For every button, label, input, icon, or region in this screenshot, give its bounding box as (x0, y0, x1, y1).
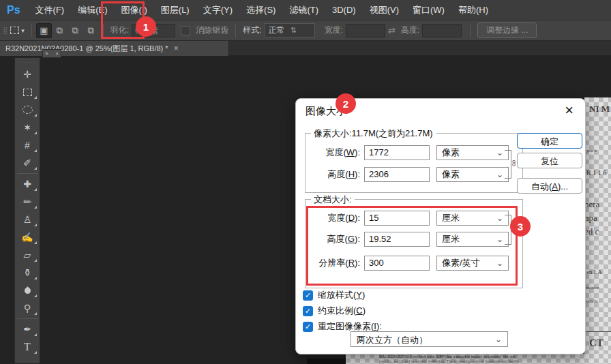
auto-button[interactable]: 自动(A)... (517, 178, 582, 194)
menu-layer[interactable]: 图层(L) (154, 0, 196, 20)
crop-tool[interactable]: # (16, 136, 39, 154)
document-rule-line (584, 331, 611, 332)
flyout-triangle-icon (34, 259, 37, 262)
doc-text-fragment: psychic, social and economic wellbeing. … (379, 359, 518, 363)
pixel-height-unit-select[interactable]: 像素⌄ (436, 167, 509, 182)
blur-tool[interactable] (16, 282, 39, 299)
style-select[interactable]: 正常 ⇅ (265, 23, 315, 37)
divider (470, 24, 471, 37)
chevron-down-icon: ⌄ (496, 168, 503, 181)
intersect-selection-mode-button[interactable]: ⧉ (83, 23, 99, 38)
eyedropper-tool[interactable]: ✐ (16, 154, 39, 172)
constrain-proportions-row[interactable]: ✓ 约束比例(C) (303, 305, 366, 317)
antialias-checkbox[interactable] (181, 26, 190, 35)
resample-image-checkbox[interactable]: ✓ (303, 322, 313, 332)
annotation-badge-1: 1 (136, 16, 156, 37)
lasso-tool-icon (23, 106, 33, 114)
document-title: R32N2021N02A0280-1 @ 25%(图层 1, RGB/8) * (5, 44, 168, 54)
pixel-width-input[interactable]: 1772 (364, 145, 430, 160)
brush-tool[interactable]: ✏ (16, 193, 39, 211)
marquee-tool-preset-icon[interactable] (10, 27, 19, 34)
menu-select[interactable]: 选择(S) (239, 0, 282, 20)
lasso-tool[interactable] (16, 101, 39, 119)
width-input[interactable] (346, 24, 385, 37)
reset-button[interactable]: 复位 (517, 153, 582, 168)
paint-bucket-tool-icon: ⚱ (23, 267, 31, 278)
flyout-triangle-icon (34, 333, 37, 336)
document-tab[interactable]: R32N2021N02A0280-1 @ 25%(图层 1, RGB/8) * … (0, 41, 229, 56)
add-selection-mode-button[interactable]: ⧉ (52, 23, 68, 38)
history-brush-tool-icon: ✍ (21, 232, 33, 243)
menu-window[interactable]: 窗口(W) (406, 0, 451, 20)
tools-divider (17, 173, 38, 174)
doc-text-fragment: NI M (589, 104, 610, 115)
flyout-triangle-icon (34, 132, 37, 134)
clone-stamp-tool[interactable]: ♙ (16, 211, 39, 228)
scale-styles-row[interactable]: ✓ 缩放样式(Y) (303, 289, 365, 301)
flyout-triangle-icon (34, 277, 37, 279)
constrain-proportions-checkbox[interactable]: ✓ (303, 306, 313, 316)
pixel-height-row: 高度(H): 2306 像素⌄ (311, 167, 509, 182)
flyout-triangle-icon (34, 96, 37, 99)
eraser-tool[interactable]: ▱ (16, 246, 39, 264)
paint-bucket-tool[interactable]: ⚱ (16, 264, 39, 282)
spinner-icon: ⇅ (290, 26, 297, 35)
height-input[interactable] (422, 24, 462, 37)
flyout-triangle-icon (34, 241, 37, 244)
refine-edge-button[interactable]: 调整边缘 ... (477, 22, 537, 38)
pixel-height-input[interactable]: 2306 (364, 167, 430, 182)
ok-button[interactable]: 确定 (517, 133, 582, 149)
menu-bar: Ps 文件(F) 编辑(E) 图像(I) 图层(L) 文字(Y) 选择(S) 滤… (0, 0, 611, 20)
healing-brush-tool[interactable]: ✚ (16, 175, 39, 193)
document-tab-bar: R32N2021N02A0280-1 @ 25%(图层 1, RGB/8) * … (0, 41, 611, 56)
pen-tool[interactable]: ✒ (16, 320, 39, 338)
healing-brush-tool-icon: ✚ (23, 179, 31, 189)
menu-file[interactable]: 文件(F) (29, 0, 72, 20)
pen-tool-icon: ✒ (23, 324, 31, 335)
swap-dimensions-icon[interactable]: ⇄ (388, 25, 396, 35)
pixel-width-unit-select[interactable]: 像素⌄ (436, 145, 509, 160)
dodge-tool[interactable]: ⚲ (16, 299, 39, 317)
menu-3d[interactable]: 3D(D) (325, 0, 363, 20)
menu-type[interactable]: 文字(Y) (196, 0, 239, 20)
scale-styles-label: 缩放样式(Y) (318, 289, 365, 301)
blur-tool-icon (23, 286, 32, 295)
ps-logo: Ps (7, 4, 20, 16)
preset-caret-icon[interactable]: ▾ (21, 27, 25, 34)
panel-close-icon[interactable]: × (55, 50, 59, 57)
scale-styles-checkbox[interactable]: ✓ (303, 290, 313, 301)
new-selection-mode-button[interactable]: ▣ (36, 23, 52, 38)
chevron-down-icon: ⌄ (496, 146, 503, 160)
menu-filter[interactable]: 滤镜(T) (282, 0, 325, 20)
move-tool[interactable]: ✛ (16, 65, 39, 83)
annotation-badge-2: 2 (336, 93, 356, 114)
antialias-label: 消除锯齿 (196, 25, 228, 36)
dialog-close-icon[interactable]: × (565, 102, 573, 119)
rectangular-marquee-tool[interactable] (16, 83, 39, 101)
doc-text-fragment: R 1 1 6 (586, 169, 606, 177)
menu-view[interactable]: 视图(V) (363, 0, 406, 20)
document-black-bar (307, 359, 346, 364)
doc-text-fragment: BACKGROUND: Low back pain (LBP) has a ne… (379, 354, 516, 359)
pixel-width-row: 宽度(W): 1772 像素⌄ (311, 145, 509, 160)
history-brush-tool[interactable]: ✍ (16, 228, 39, 246)
type-tool[interactable]: T (16, 338, 39, 356)
divider (31, 24, 32, 37)
resample-method-select[interactable]: 两次立方（自动） ⌄ (351, 331, 508, 347)
panel-collapse-icon[interactable]: » (45, 50, 48, 57)
panel-grip[interactable]: ········· (18, 59, 37, 65)
pixel-size-legend: 像素大小:11.7M(之前为21.7M) (311, 127, 436, 140)
dodge-tool-icon: ⚲ (24, 303, 31, 314)
tools-panel-header: » × (42, 49, 61, 58)
move-tool-icon: ✛ (23, 69, 31, 80)
chevron-down-icon: ⌄ (495, 332, 502, 348)
pixel-size-group: 像素大小:11.7M(之前为21.7M) 宽度(W): 1772 像素⌄ 高度(… (305, 133, 523, 193)
menu-help[interactable]: 帮助(H) (451, 0, 495, 20)
height-label: 高度: (401, 25, 419, 36)
pixel-height-label: 高度(H): (311, 168, 360, 181)
tab-close-icon[interactable]: × (174, 44, 179, 53)
flyout-triangle-icon (34, 206, 37, 209)
magic-wand-tool[interactable]: ✶ (16, 119, 39, 136)
doc-text-fragment: ed c (584, 226, 599, 237)
subtract-selection-mode-button[interactable]: ⧉ (68, 23, 83, 38)
